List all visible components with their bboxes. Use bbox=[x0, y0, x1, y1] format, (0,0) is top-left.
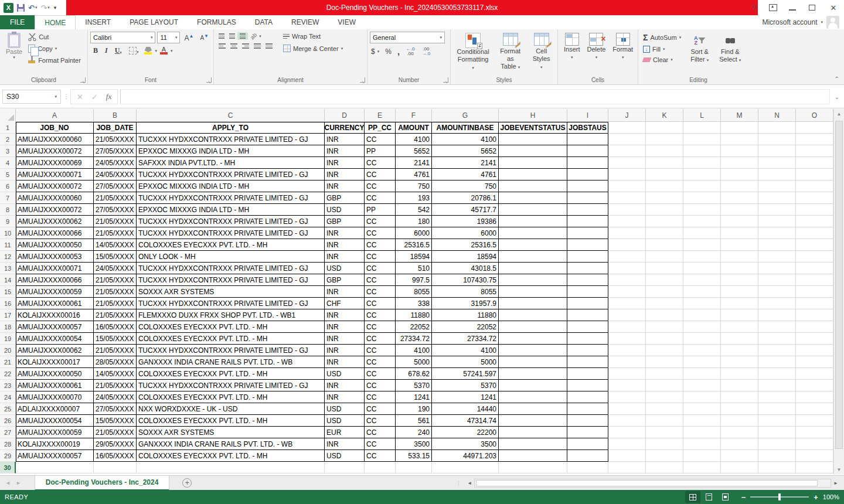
redo-button[interactable]: ↷▾ bbox=[40, 4, 49, 12]
cell-J16[interactable] bbox=[608, 298, 646, 309]
cell-C27[interactable]: SOXXX AXR SYSTEMS bbox=[137, 427, 325, 438]
cell-A30[interactable] bbox=[16, 462, 94, 474]
cell-B28[interactable]: 29/05/XXXX bbox=[94, 438, 137, 450]
increase-decimal-icon[interactable]: ←.0.00 bbox=[404, 46, 417, 57]
cell-N9[interactable] bbox=[758, 216, 796, 227]
cell-K1[interactable] bbox=[646, 122, 683, 134]
row-header-10[interactable]: 10 bbox=[0, 227, 16, 239]
zoom-slider[interactable] bbox=[750, 496, 809, 498]
cell-D25[interactable]: USD bbox=[325, 403, 365, 415]
cell-F18[interactable]: 22052 bbox=[396, 321, 432, 333]
cell-H8[interactable] bbox=[499, 204, 567, 216]
cell-C8[interactable]: EPXXOC MIXXXG INDIA LTD - MH bbox=[137, 204, 325, 216]
cell-G10[interactable]: 6000 bbox=[432, 227, 499, 239]
cell-L18[interactable] bbox=[683, 321, 721, 333]
cell-J13[interactable] bbox=[608, 263, 646, 274]
decrease-decimal-icon[interactable]: .00→.0 bbox=[420, 46, 432, 57]
column-header-G[interactable]: G bbox=[432, 109, 499, 122]
sheet-tab-active[interactable]: Doc-Pending Vouchers - Inc_2024 bbox=[35, 476, 170, 491]
cell-O7[interactable] bbox=[796, 192, 833, 204]
cell-C16[interactable]: TUCXXX HYDXXCONTRXXX PRIVATE LIMITED - G… bbox=[137, 298, 325, 309]
percent-style-button[interactable]: % bbox=[384, 47, 393, 56]
cell-F13[interactable]: 510 bbox=[396, 263, 432, 274]
cell-N22[interactable] bbox=[758, 368, 796, 380]
cell-I30[interactable] bbox=[567, 462, 608, 474]
cell-M20[interactable] bbox=[721, 345, 758, 356]
cell-J24[interactable] bbox=[608, 391, 646, 403]
row-header-17[interactable]: 17 bbox=[0, 309, 16, 321]
undo-button[interactable]: ↶▾ bbox=[28, 4, 37, 12]
cell-L4[interactable] bbox=[683, 157, 721, 169]
cell-J15[interactable] bbox=[608, 286, 646, 298]
cell-G1[interactable]: AMOUNTINBASE bbox=[432, 122, 499, 134]
cell-M17[interactable] bbox=[721, 309, 758, 321]
cell-M8[interactable] bbox=[721, 204, 758, 216]
column-header-D[interactable]: D bbox=[325, 109, 365, 122]
cell-E22[interactable]: CC bbox=[365, 368, 396, 380]
cell-A15[interactable]: AMUAIJXXXX00059 bbox=[16, 286, 94, 298]
cell-K3[interactable] bbox=[646, 145, 683, 157]
cell-G8[interactable]: 45717.7 bbox=[432, 204, 499, 216]
sort-filter-button[interactable]: AZ Sort & Filter ▾ bbox=[687, 32, 712, 65]
cell-O3[interactable] bbox=[796, 145, 833, 157]
cell-C11[interactable]: COLOXXXES EYECXXX PVT. LTD. - MH bbox=[137, 239, 325, 251]
close-icon[interactable]: ✕ bbox=[829, 4, 838, 12]
cell-A17[interactable]: KOLAIJXXXX00016 bbox=[16, 309, 94, 321]
cell-C23[interactable]: TUCXXX HYDXXCONTRXXX PRIVATE LIMITED - G… bbox=[137, 380, 325, 391]
cell-K22[interactable] bbox=[646, 368, 683, 380]
cell-A27[interactable]: AMUAIJXXXX00059 bbox=[16, 427, 94, 438]
cell-L1[interactable] bbox=[683, 122, 721, 134]
cell-N27[interactable] bbox=[758, 427, 796, 438]
cell-E17[interactable]: CC bbox=[365, 309, 396, 321]
cell-A11[interactable]: AMUAIJXXXX00050 bbox=[16, 239, 94, 251]
cell-L15[interactable] bbox=[683, 286, 721, 298]
cell-L17[interactable] bbox=[683, 309, 721, 321]
cell-L27[interactable] bbox=[683, 427, 721, 438]
cell-B17[interactable]: 21/05/XXXX bbox=[94, 309, 137, 321]
cell-A14[interactable]: AMUAIJXXXX00066 bbox=[16, 274, 94, 286]
row-header-15[interactable]: 15 bbox=[0, 286, 16, 298]
cell-L8[interactable] bbox=[683, 204, 721, 216]
cell-B3[interactable]: 27/05/XXXX bbox=[94, 145, 137, 157]
cell-B11[interactable]: 14/05/XXXX bbox=[94, 239, 137, 251]
row-header-24[interactable]: 24 bbox=[0, 391, 16, 403]
cell-N26[interactable] bbox=[758, 415, 796, 427]
cell-E29[interactable]: CC bbox=[365, 450, 396, 462]
cell-J20[interactable] bbox=[608, 345, 646, 356]
name-box[interactable]: S30 ▾ bbox=[2, 90, 61, 104]
cell-B22[interactable]: 14/05/XXXX bbox=[94, 368, 137, 380]
column-header-L[interactable]: L bbox=[683, 109, 721, 122]
cell-H28[interactable] bbox=[499, 438, 567, 450]
cell-L13[interactable] bbox=[683, 263, 721, 274]
row-header-25[interactable]: 25 bbox=[0, 403, 16, 415]
vertical-scrollbar[interactable]: ▲ ▼ bbox=[833, 109, 844, 475]
cell-M25[interactable] bbox=[721, 403, 758, 415]
cell-I15[interactable] bbox=[567, 286, 608, 298]
cell-N2[interactable] bbox=[758, 134, 796, 145]
cell-L19[interactable] bbox=[683, 333, 721, 345]
cell-J8[interactable] bbox=[608, 204, 646, 216]
cell-M12[interactable] bbox=[721, 251, 758, 263]
horizontal-scrollbar[interactable]: ◄ ► bbox=[465, 479, 840, 488]
autosum-button[interactable]: ΣAutoSum▾ bbox=[641, 32, 683, 43]
cell-I7[interactable] bbox=[567, 192, 608, 204]
cell-K12[interactable] bbox=[646, 251, 683, 263]
cell-D21[interactable]: INR bbox=[325, 356, 365, 368]
cell-N8[interactable] bbox=[758, 204, 796, 216]
cell-N5[interactable] bbox=[758, 169, 796, 181]
cell-G21[interactable]: 5000 bbox=[432, 356, 499, 368]
cell-G9[interactable]: 19386 bbox=[432, 216, 499, 227]
restore-icon[interactable] bbox=[809, 5, 818, 11]
conditional-formatting-button[interactable]: ≠ Conditional Formatting ▾ bbox=[453, 32, 493, 73]
cell-I26[interactable] bbox=[567, 415, 608, 427]
cell-B15[interactable]: 21/05/XXXX bbox=[94, 286, 137, 298]
cell-G22[interactable]: 57241.597 bbox=[432, 368, 499, 380]
cell-H2[interactable] bbox=[499, 134, 567, 145]
cell-G12[interactable]: 18594 bbox=[432, 251, 499, 263]
cell-I12[interactable] bbox=[567, 251, 608, 263]
cell-D29[interactable]: USD bbox=[325, 450, 365, 462]
cell-J18[interactable] bbox=[608, 321, 646, 333]
cell-A24[interactable]: AMUAIJXXXX00070 bbox=[16, 391, 94, 403]
wrap-text-button[interactable]: Wrap Text bbox=[281, 32, 345, 41]
cell-H3[interactable] bbox=[499, 145, 567, 157]
